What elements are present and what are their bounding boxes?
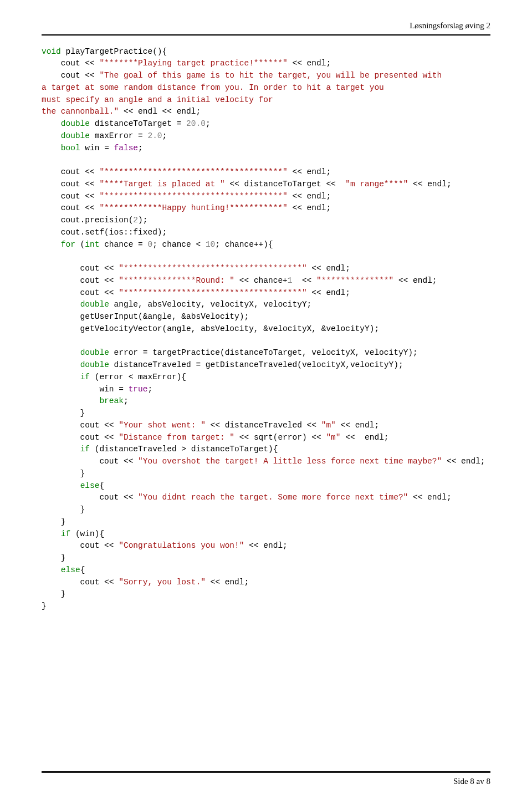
endl: << endl;	[442, 457, 485, 466]
endl: << endl;	[408, 180, 451, 188]
string: the cannonball."	[42, 107, 119, 116]
keyword-else: else	[80, 481, 100, 490]
keyword-if: if	[61, 529, 70, 538]
func-name: playTargetPractice	[66, 47, 153, 56]
endl: << endl;	[336, 421, 379, 430]
string: "************Happy hunting!***********"	[99, 203, 287, 212]
type-double: double	[80, 348, 109, 357]
number: 2.0	[147, 131, 162, 140]
endl: << endl;	[288, 167, 331, 176]
string: "*******Playing target practice!******"	[99, 59, 287, 68]
keyword-break: break	[99, 396, 124, 405]
endl: << endl;	[307, 264, 350, 273]
string: "*************************************"	[119, 264, 306, 273]
number: 1	[288, 276, 293, 285]
bool-true: true	[129, 385, 148, 394]
endl: << endl;	[393, 276, 437, 285]
endl: << endl;	[288, 203, 331, 212]
type-double: double	[61, 131, 90, 140]
string: a target at some random distance from yo…	[42, 83, 384, 92]
bool-false: false	[114, 144, 139, 152]
footer-page: Side 8 av 8	[453, 777, 490, 786]
keyword-else: else	[61, 565, 80, 574]
string: "Your shot went: "	[119, 421, 206, 430]
endl: << endl;	[408, 493, 451, 502]
keyword-void: void	[42, 47, 61, 56]
string: "Sorry, you lost."	[119, 578, 206, 587]
header-title: Løsningsforslag øving 2	[410, 21, 490, 30]
string: must specify an angle and a initial velo…	[42, 95, 273, 104]
string: "*************************************"	[99, 192, 287, 201]
string: "You overshot the target! A little less …	[138, 457, 442, 466]
string: "***************Round: "	[119, 276, 234, 285]
string: "You didnt reach the target. Some more f…	[138, 493, 408, 502]
type-int: int	[85, 240, 99, 249]
number: 20.0	[186, 119, 206, 128]
number: 10	[206, 240, 215, 249]
string: "Congratulations you won!"	[119, 541, 244, 550]
string: "****Target is placed at "	[99, 180, 224, 188]
endl: << endl;	[206, 578, 249, 587]
type-double: double	[61, 119, 90, 128]
keyword-for: for	[61, 240, 75, 249]
endl: << endl;	[288, 192, 331, 201]
string: "**************"	[316, 276, 393, 285]
string: "m"	[326, 433, 340, 442]
keyword-if: if	[80, 445, 90, 454]
endl: << endl;	[288, 59, 331, 68]
page-footer: Side 8 av 8	[42, 771, 490, 788]
type-double: double	[80, 360, 109, 369]
keyword-if: if	[80, 373, 90, 381]
page-header: Løsningsforslag øving 2	[42, 19, 490, 36]
number: 0	[147, 240, 152, 249]
endl: << endl;	[307, 288, 350, 297]
type-double: double	[80, 300, 109, 309]
code-block: void playTargetPractice(){ cout << "****…	[42, 46, 490, 613]
string: "The goal of this game is to hit the tar…	[99, 71, 442, 80]
string: "Distance from target: "	[119, 433, 234, 442]
endl: << endl;	[244, 541, 287, 550]
string: "*************************************"	[119, 288, 306, 297]
number: 2	[133, 216, 138, 225]
string: "m"	[321, 421, 336, 430]
string: "*************************************"	[99, 167, 287, 176]
type-bool: bool	[61, 144, 80, 152]
string: "m range****"	[345, 180, 408, 188]
